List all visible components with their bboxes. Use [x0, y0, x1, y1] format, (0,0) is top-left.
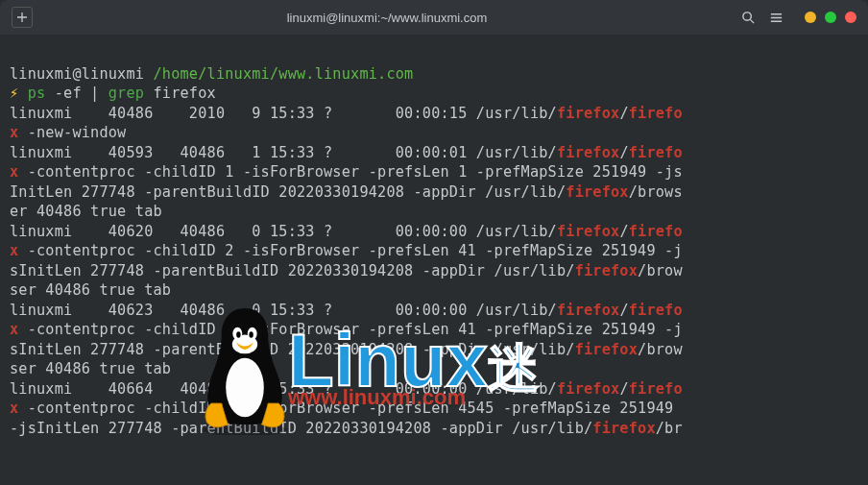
search-icon[interactable]: [741, 11, 756, 25]
close-button[interactable]: [845, 12, 856, 23]
window-title: linuxmi@linuxmi:~/www.linuxmi.com: [42, 11, 732, 25]
maximize-button[interactable]: [825, 12, 836, 23]
titlebar: linuxmi@linuxmi:~/www.linuxmi.com: [0, 0, 868, 35]
prompt-line: linuxmi@linuxmi /home/linuxmi/www.linuxm…: [10, 65, 413, 83]
svg-line-1: [750, 19, 754, 23]
minimize-button[interactable]: [805, 12, 816, 23]
new-tab-button[interactable]: [12, 7, 33, 28]
svg-point-0: [743, 12, 751, 19]
output-rows: linuxmi 40486 2010 9 15:33 ? 00:00:15 /u…: [10, 104, 858, 439]
command-line: ⚡ ps -ef | grep firefox: [10, 85, 216, 102]
menu-icon[interactable]: [769, 11, 784, 25]
terminal-output[interactable]: linuxmi@linuxmi /home/linuxmi/www.linuxm…: [0, 35, 868, 458]
